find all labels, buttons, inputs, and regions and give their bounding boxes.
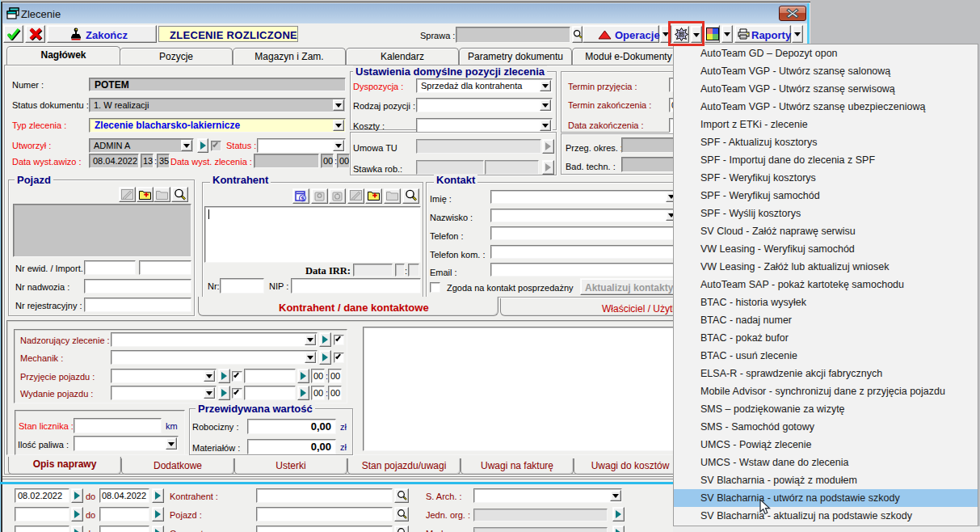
svg-text:$: $ (301, 195, 305, 202)
